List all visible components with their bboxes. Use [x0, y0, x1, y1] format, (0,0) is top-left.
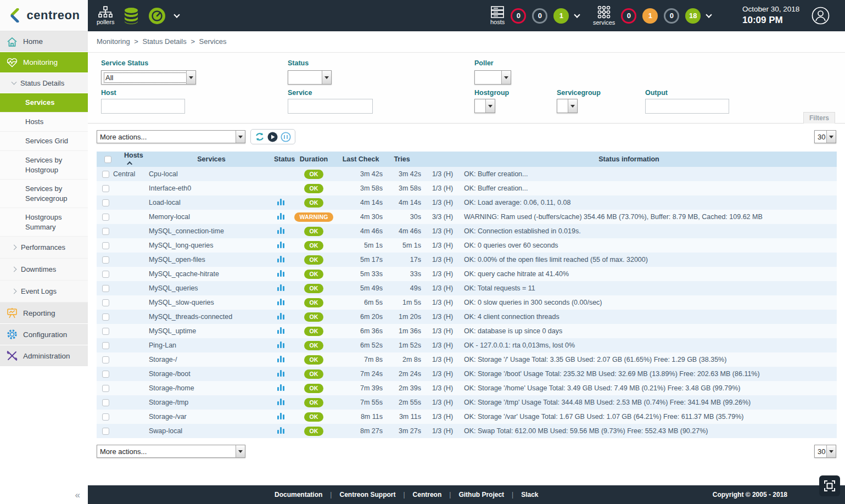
column-header-last-check[interactable]: Last Check [339, 152, 383, 167]
status-select[interactable] [288, 70, 332, 85]
services-menu[interactable]: services [593, 5, 615, 26]
hosts-down-badge[interactable]: 0 [511, 8, 526, 24]
service-link[interactable]: MySQL_queries [149, 281, 274, 295]
footer-link-centreon-support[interactable]: Centreon Support [339, 491, 395, 499]
output-input[interactable] [645, 99, 729, 114]
sidebar-item-status-details[interactable]: Status Details [0, 73, 88, 93]
services-critical-badge[interactable]: 0 [621, 8, 636, 24]
row-checkbox[interactable] [102, 242, 109, 249]
service-status-select[interactable]: All [101, 70, 196, 85]
fullscreen-button[interactable] [819, 475, 840, 496]
sidebar-item-event-logs[interactable]: Event Logs [0, 281, 88, 303]
footer-link-documentation[interactable]: Documentation [275, 491, 322, 499]
graph-icon[interactable] [277, 199, 284, 205]
breadcrumb-item[interactable]: Monitoring [97, 37, 130, 46]
column-header-hosts[interactable]: Hosts [113, 152, 149, 167]
graph-icon[interactable] [277, 327, 284, 334]
sidebar-item-hosts[interactable]: Hosts [0, 113, 88, 132]
row-checkbox[interactable] [102, 228, 109, 235]
graph-icon[interactable] [277, 270, 284, 277]
sidebar-item-services-by-hostgroup[interactable]: Services by Hostgroup [0, 151, 88, 180]
services-ok-badge[interactable]: 18 [685, 8, 701, 24]
graph-icon[interactable] [277, 284, 284, 291]
graph-icon[interactable] [277, 341, 284, 348]
service-link[interactable]: Interface-eth0 [149, 181, 274, 195]
hosts-up-badge[interactable]: 1 [553, 8, 569, 24]
hosts-chevron-down-icon[interactable] [574, 12, 580, 18]
play-icon[interactable] [267, 132, 278, 142]
sidebar-item-performances[interactable]: Performances [0, 237, 88, 259]
column-header-status-information[interactable]: Status information [421, 152, 837, 167]
service-link[interactable]: MySQL_uptime [149, 324, 274, 338]
graph-icon[interactable] [277, 370, 284, 377]
row-checkbox[interactable] [102, 285, 109, 292]
service-link[interactable]: Memory-local [149, 210, 274, 224]
hostgroup-select[interactable] [474, 99, 495, 113]
graph-icon[interactable] [277, 256, 284, 262]
gauge-status-icon[interactable] [148, 7, 166, 25]
graph-icon[interactable] [277, 413, 284, 419]
refresh-icon[interactable] [255, 132, 265, 142]
service-link[interactable]: MySQL_qcache-hitrate [149, 267, 274, 281]
row-checkbox[interactable] [102, 271, 109, 278]
sidebar-item-downtimes[interactable]: Downtimes [0, 259, 88, 281]
sidebar-item-administration[interactable]: Administration [0, 345, 88, 367]
row-checkbox[interactable] [102, 356, 109, 363]
user-profile-icon[interactable] [812, 7, 830, 25]
sidebar-item-services[interactable]: Services [0, 93, 88, 113]
breadcrumb-item[interactable]: Services [199, 37, 227, 46]
services-chevron-down-icon[interactable] [706, 12, 712, 18]
footer-link-github-project[interactable]: Github Project [458, 491, 504, 499]
row-checkbox[interactable] [102, 299, 109, 306]
row-checkbox[interactable] [102, 328, 109, 335]
footer-link-centreon[interactable]: Centreon [413, 491, 442, 499]
sidebar-collapse-button[interactable]: « [75, 490, 80, 501]
row-checkbox[interactable] [102, 171, 109, 178]
sidebar-item-services-by-servicegroup[interactable]: Services by Servicegroup [0, 180, 88, 208]
graph-icon[interactable] [277, 427, 284, 434]
pollers-menu[interactable]: pollers [97, 6, 114, 25]
services-warning-badge[interactable]: 1 [642, 8, 658, 24]
service-link[interactable]: Storage-/tmp [149, 395, 274, 410]
row-checkbox[interactable] [102, 385, 109, 392]
service-link[interactable]: Storage-/ [149, 352, 274, 367]
row-checkbox[interactable] [102, 214, 109, 221]
sidebar-item-services-grid[interactable]: Services Grid [0, 132, 88, 151]
service-link[interactable]: MySQL_threads-connected [149, 310, 274, 324]
service-link[interactable]: Storage-/boot [149, 367, 274, 381]
graph-icon[interactable] [277, 227, 284, 234]
service-link[interactable]: MySQL_long-queries [149, 238, 274, 253]
host-input[interactable] [101, 99, 185, 114]
service-link[interactable]: Storage-/var [149, 410, 274, 424]
row-checkbox[interactable] [102, 313, 109, 321]
sidebar-item-home[interactable]: Home [0, 31, 88, 52]
service-link[interactable]: MySQL_connection-time [149, 224, 274, 238]
graph-icon[interactable] [277, 299, 284, 305]
service-link[interactable]: Storage-/home [149, 381, 274, 395]
pause-icon[interactable] [281, 132, 291, 142]
service-input[interactable] [288, 99, 373, 114]
servicegroup-select[interactable] [557, 99, 578, 113]
column-header-tries[interactable]: Tries [383, 152, 421, 167]
page-size-select-bottom[interactable]: 30 [814, 445, 836, 458]
database-status-icon[interactable] [123, 7, 139, 25]
graph-icon[interactable] [277, 242, 284, 248]
column-header-services[interactable]: Services [149, 152, 274, 167]
graph-icon[interactable] [277, 313, 284, 320]
hosts-menu[interactable]: hosts [490, 6, 505, 25]
sidebar-item-hostgroups-summary[interactable]: Hostgroups Summary [0, 208, 88, 237]
row-checkbox[interactable] [102, 256, 109, 264]
service-link[interactable]: MySQL_open-files [149, 253, 274, 267]
more-actions-select-bottom[interactable]: More actions... [97, 445, 245, 458]
footer-link-slack[interactable]: Slack [521, 491, 538, 499]
column-header-status[interactable]: Status [274, 152, 289, 167]
row-checkbox[interactable] [102, 371, 109, 378]
graph-icon[interactable] [277, 356, 284, 362]
graph-icon[interactable] [277, 399, 284, 405]
row-checkbox[interactable] [102, 428, 109, 435]
row-checkbox[interactable] [102, 185, 109, 192]
select-all-checkbox[interactable] [104, 156, 111, 163]
poller-chevron-down-icon[interactable] [174, 12, 180, 18]
services-unknown-badge[interactable]: 0 [664, 8, 679, 24]
row-checkbox[interactable] [102, 342, 109, 349]
